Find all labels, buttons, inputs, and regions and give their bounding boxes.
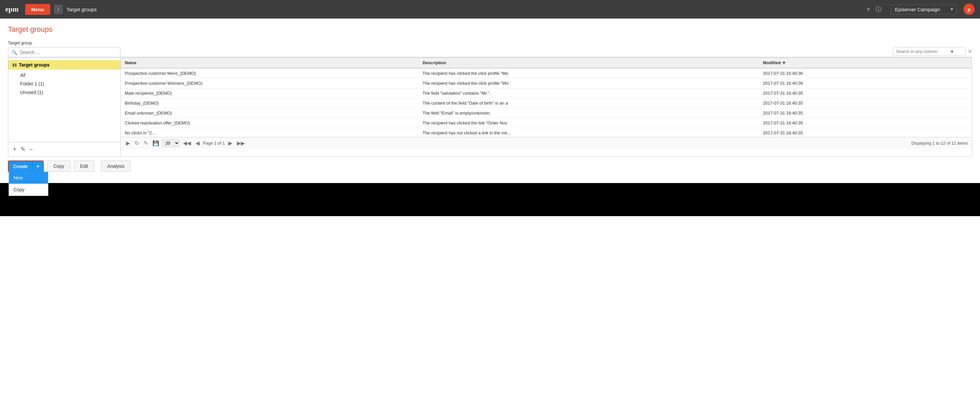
product-selector[interactable]: Episerver Campaign ▼ — [891, 4, 957, 14]
col-header-description[interactable]: Description — [418, 57, 759, 68]
tree-item-unused[interactable]: Unused (1) — [16, 88, 121, 97]
tree-search-input[interactable] — [20, 49, 117, 55]
add-tree-item-button[interactable]: + — [12, 145, 17, 154]
tree-panel: ▮▮ Target groups All Folder 1 (1) Unused… — [8, 57, 121, 156]
create-btn-group: Create ▼ — [9, 161, 43, 172]
section-label: Target group — [8, 40, 972, 45]
create-menu-item-copy[interactable]: Copy — [9, 184, 48, 196]
cell-modified: 2017-07-31 16:40:35 — [759, 118, 972, 128]
table-row[interactable]: Clicked reactivation offer_(DEMO)The rec… — [121, 118, 972, 128]
edit-button[interactable]: Edit — [74, 161, 94, 172]
create-dropdown-wrapper: Create ▼ New Copy — [8, 161, 44, 172]
tree-content: ▮▮ Target groups All Folder 1 (1) Unused… — [8, 57, 121, 142]
pag-next-icon[interactable]: ▶ — [227, 139, 234, 147]
table-row[interactable]: Email unknown_(DEMO)The field "Email" is… — [121, 108, 972, 118]
search-icon: 🔍 — [11, 49, 17, 55]
action-bar: Create ▼ New Copy Copy Edit Analysis — [8, 156, 972, 177]
column-filter[interactable]: ▼ — [893, 47, 966, 56]
table-row[interactable]: Prospective customer Mens_(DEMO)The reci… — [121, 68, 972, 78]
cell-modified: 2017-07-31 16:40:36 — [759, 68, 972, 78]
tab-title: Target groups — [67, 6, 863, 12]
copy-button[interactable]: Copy — [47, 161, 70, 172]
pag-prev-icon[interactable]: ◀ — [194, 139, 201, 147]
cell-modified: 2017-07-31 16:40:36 — [759, 78, 972, 88]
tree-item-folder1[interactable]: Folder 1 (1) — [16, 80, 121, 88]
filter-clear-icon[interactable]: ✕ — [968, 48, 972, 54]
col-header-modified[interactable]: Modified ▼ — [759, 57, 972, 68]
pag-last-icon[interactable]: ▶▶ — [235, 139, 246, 147]
cell-description: The recipient has clicked the click prof… — [418, 78, 759, 88]
pag-refresh-icon[interactable]: ↻ — [133, 139, 140, 147]
tree-search-bar: 🔍 — [8, 47, 121, 57]
table-row[interactable]: Prospective customer Womens_(DEMO)The re… — [121, 78, 972, 88]
table-row[interactable]: Birthday_(DEMO)The content of the field … — [121, 98, 972, 108]
create-menu-item-new[interactable]: New — [9, 172, 48, 184]
edit-tree-item-button[interactable]: ✎ — [20, 145, 26, 154]
page-text: Page 1 of 1 — [203, 141, 225, 146]
cell-description: The content of the field "Date of birth"… — [418, 98, 759, 108]
tree-expand-icon: ▮▮ — [12, 62, 17, 67]
page-content: Target groups Target group 🔍 ▼ ✕ ▮▮ Targ… — [0, 19, 980, 183]
logo: epm — [5, 5, 19, 14]
cell-modified: 2017-07-31 16:40:35 — [759, 98, 972, 108]
tree-actions: + ✎ − — [8, 142, 121, 156]
cell-name: Male recipients_(DEMO) — [121, 88, 418, 98]
cell-name: Prospective customer Mens_(DEMO) — [121, 68, 418, 78]
cell-modified: 2017-07-31 16:40:35 — [759, 88, 972, 98]
menu-button[interactable]: Menu — [25, 4, 50, 15]
display-count-text: Displaying 1 to 12 of 12 items — [911, 141, 968, 146]
remove-tree-item-button[interactable]: − — [29, 145, 34, 154]
col-header-name[interactable]: Name — [121, 57, 418, 68]
tree-items: All Folder 1 (1) Unused (1) — [8, 70, 121, 98]
data-table: Name Description Modified ▼ Prospective … — [121, 57, 972, 137]
tab-indicator: 1 — [54, 5, 62, 14]
column-filter-input[interactable] — [896, 49, 949, 54]
pagination-bar: ▶ ↻ ✎ 💾 20 50 100 ◀◀ ◀ Page 1 of 1 ▶ ▶▶ … — [121, 137, 972, 149]
cell-description: The field "salutation" contains "Mr.". — [418, 88, 759, 98]
cell-name: Clicked reactivation offer_(DEMO) — [121, 118, 418, 128]
pag-move-icon[interactable]: ▶ — [125, 139, 131, 147]
tree-root-label: Target groups — [19, 62, 49, 67]
help-icon[interactable]: ⓘ — [875, 5, 881, 13]
cell-name: Birthday_(DEMO) — [121, 98, 418, 108]
table-panel: Name Description Modified ▼ Prospective … — [121, 57, 972, 156]
product-select-input[interactable]: Episerver Campaign — [891, 5, 950, 14]
pag-edit-icon[interactable]: ✎ — [142, 139, 149, 147]
tree-item-all[interactable]: All — [16, 71, 121, 80]
cell-description: The recipient has not clicked a link in … — [418, 128, 759, 137]
sort-icon: ▼ — [782, 60, 786, 65]
per-page-select[interactable]: 20 50 100 — [162, 139, 180, 147]
cell-description: The recipient has clicked the link "Orde… — [418, 118, 759, 128]
table-row[interactable]: Male recipients_(DEMO)The field "salutat… — [121, 88, 972, 98]
create-main-button[interactable]: Create — [9, 161, 32, 172]
content-area: ▮▮ Target groups All Folder 1 (1) Unused… — [8, 57, 972, 156]
page-title: Target groups — [8, 25, 972, 34]
create-menu: New Copy — [9, 172, 48, 196]
close-icon[interactable]: × — [867, 6, 870, 13]
chevron-down-icon: ▼ — [950, 7, 954, 11]
create-arrow-button[interactable]: ▼ — [32, 161, 43, 172]
cell-description: The recipient has clicked the click prof… — [418, 68, 759, 78]
cell-description: The field "Email" is empty/unknown. — [418, 108, 759, 118]
pag-save-icon[interactable]: 💾 — [151, 139, 161, 147]
cell-name: Prospective customer Womens_(DEMO) — [121, 78, 418, 88]
analysis-button[interactable]: Analysis — [101, 161, 131, 172]
table-row[interactable]: No clicks in "2...The recipient has not … — [121, 128, 972, 137]
cell-modified: 2017-07-31 16:40:35 — [759, 128, 972, 137]
filter-chevron-icon: ▼ — [950, 49, 954, 54]
black-overlay — [0, 183, 980, 216]
cell-modified: 2017-07-31 16:40:35 — [759, 108, 972, 118]
pag-first-icon[interactable]: ◀◀ — [181, 139, 192, 147]
table-scroll: Name Description Modified ▼ Prospective … — [121, 57, 972, 137]
avatar: p — [964, 4, 975, 15]
tree-root-item[interactable]: ▮▮ Target groups — [8, 60, 121, 70]
cell-name: No clicks in "2... — [121, 128, 418, 137]
topbar: epm Menu 1 Target groups × ⓘ Episerver C… — [0, 0, 980, 19]
cell-name: Email unknown_(DEMO) — [121, 108, 418, 118]
